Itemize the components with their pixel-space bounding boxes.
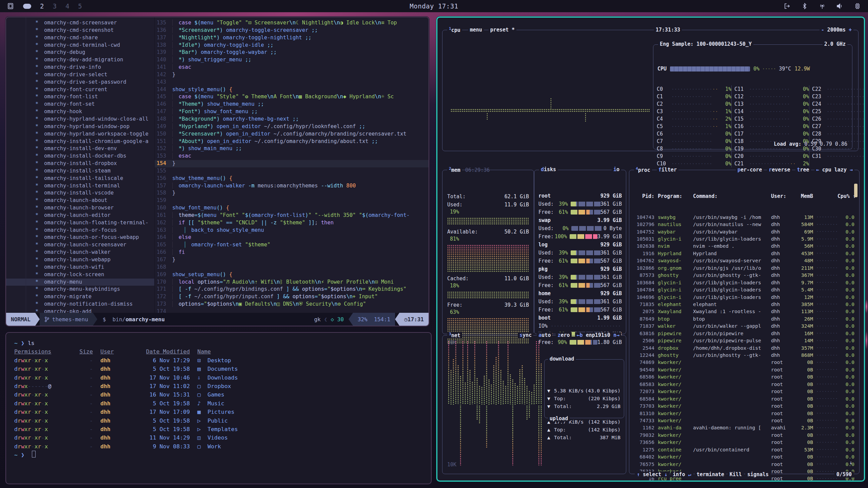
- process-scrollbar[interactable]: [854, 184, 857, 197]
- file-entry[interactable]: ♪Music: [197, 399, 431, 408]
- process-row[interactable]: 2544dropbox/home/dhh/.dropbox-distdhh357…: [633, 344, 854, 351]
- terminal-cursor[interactable]: [32, 451, 36, 458]
- file-row[interactable]: *omarchy-hook: [6, 108, 154, 116]
- net-interface-switcher[interactable]: ←b enp191s0 n→: [575, 332, 621, 338]
- file-row[interactable]: *omarchy-drive-set-password: [6, 79, 154, 86]
- file-row[interactable]: *omarchy-cmd-screenshot: [6, 27, 154, 34]
- process-row[interactable]: 1275containe/usr/bin/containerdroot53M··…: [633, 446, 854, 453]
- process-row[interactable]: 87573ghostty/usr/bin/ghostty --gtk-dhh36…: [633, 272, 854, 279]
- process-row[interactable]: 102866org.gnom/usr/bin/gjs /usr/lib/odhh…: [633, 264, 854, 271]
- file-row[interactable]: *omarchy-hyprland-window-close-all: [6, 116, 154, 123]
- process-row[interactable]: 105031glycin-i/usr/lib/glycin-loadersdhh…: [633, 235, 854, 242]
- file-row[interactable]: *omarchy-font-set: [6, 101, 154, 108]
- file-row[interactable]: *omarchy-launch-floating-terminal-: [6, 219, 154, 227]
- file-row[interactable]: *omarchy-install-tailscale: [6, 175, 154, 182]
- process-row[interactable]: 12244ghostty/usr/bin/ghostty --gtk-dhh86…: [633, 351, 854, 359]
- file-row[interactable]: *omarchy-menu: [6, 279, 154, 286]
- file-row[interactable]: *omarchy-drive-select: [6, 71, 154, 79]
- file-row[interactable]: *omarchy-menu-keybindings: [6, 286, 154, 293]
- file-row[interactable]: *omarchy-cmd-screensaver: [6, 19, 154, 27]
- process-row[interactable]: 87649btopbtopdhh26M·········0.0: [633, 315, 854, 322]
- process-row[interactable]: 104784glycin-i/usr/lib/glycin-loadersdhh…: [633, 286, 854, 293]
- net-zero-button[interactable]: zero: [556, 332, 571, 338]
- file-entry[interactable]: ▢Work: [197, 442, 431, 451]
- process-row[interactable]: 102638nvimnvim --embed .dhh56M·········0…: [633, 243, 854, 250]
- file-entry[interactable]: ▷Public: [197, 416, 431, 425]
- process-row[interactable]: 104743swaybg/usr/bin/swaybg -i /homdhh13…: [633, 214, 854, 221]
- menu-button[interactable]: menu: [468, 27, 484, 33]
- file-row[interactable]: *omarchy-notification-dismiss: [6, 301, 154, 308]
- file-row[interactable]: *omarchy-font-list: [6, 93, 154, 101]
- process-row[interactable]: 104696glycin-i/usr/lib/glycin-loadersdhh…: [633, 293, 854, 301]
- file-row[interactable]: *omarchy-debug: [6, 49, 154, 56]
- file-row[interactable]: *omarchy-launch-screensaver: [6, 241, 154, 249]
- file-row[interactable]: *omarchy-launch-about: [6, 197, 154, 204]
- volume-icon[interactable]: [836, 2, 844, 10]
- process-row[interactable]: 73656kworker/root0B·········0.0: [633, 439, 854, 446]
- workspace-5[interactable]: 5: [78, 2, 82, 10]
- file-row[interactable]: *omarchy-install-dropbox: [6, 160, 154, 167]
- process-row[interactable]: 2075XwaylandXwayland :1 -rootless -dhh11…: [633, 308, 854, 315]
- file-row[interactable]: *omarchy-drive-info: [6, 64, 154, 71]
- process-row[interactable]: 72073kworker/root0B·········0.0: [633, 388, 854, 395]
- process-row[interactable]: 68402kworker/root0B·········0.0: [633, 453, 854, 460]
- file-row[interactable]: *omarchy-launch-walker: [6, 249, 154, 256]
- chip-icon[interactable]: [854, 2, 861, 10]
- process-row[interactable]: 1162avahi-daavahi-daemon: running [avahi…: [633, 424, 854, 431]
- file-entry[interactable]: ▷Templates: [197, 425, 431, 433]
- proc-sort-selector[interactable]: ← cpu lazy →: [814, 167, 854, 173]
- file-entry[interactable]: ▩Pictures: [197, 408, 431, 416]
- process-row[interactable]: 76575kworker/root0B·········0.0: [633, 461, 854, 468]
- net-auto-button[interactable]: auto: [537, 332, 552, 338]
- file-row[interactable]: *omarchy-launch-editor: [6, 212, 154, 219]
- file-row[interactable]: *omarchy-launch-wifi: [6, 264, 154, 271]
- process-row[interactable]: 71835elephantelephantdhh385M·········0.0: [633, 301, 854, 308]
- terminal-window[interactable]: ~❯lsPermissionsSizeUserDate ModifiedName…: [5, 332, 432, 484]
- file-row[interactable]: *omarchy-font-current: [6, 86, 154, 94]
- file-row[interactable]: *omarchy-cmd-terminal-cwd: [6, 42, 154, 49]
- file-row[interactable]: *omarchy-install-vscode: [6, 189, 154, 197]
- network-icon[interactable]: [818, 2, 826, 10]
- file-entry[interactable]: ◫Videos: [197, 433, 431, 442]
- process-row[interactable]: 104752waybar/usr/bin/waybardhh69M·······…: [633, 228, 854, 235]
- workspace-2[interactable]: 2: [40, 2, 44, 10]
- net-sync-button[interactable]: sync: [518, 332, 533, 338]
- interval-control[interactable]: - 2000ms +: [820, 27, 853, 33]
- btop-window[interactable]: 1cpu menu preset * 17:31:33 - 2000ms + u…: [436, 17, 865, 482]
- process-row[interactable]: 94540kworker/root0B·········0.0: [633, 366, 854, 373]
- scroll-down-indicator[interactable]: ↓: [849, 460, 852, 466]
- logout-icon[interactable]: [783, 2, 791, 10]
- process-list[interactable]: 104743swaybg/usr/bin/swaybg -i /homdhh13…: [629, 213, 859, 482]
- preset-button[interactable]: preset *: [489, 27, 516, 33]
- process-row[interactable]: 68583kworker/root0B·········0.0: [633, 381, 854, 388]
- window-manager-icon[interactable]: [7, 2, 14, 10]
- proc-filter-button[interactable]: filter: [657, 167, 678, 173]
- file-row[interactable]: *omarchy-hyprland-window-pop: [6, 123, 154, 130]
- file-row[interactable]: *omarchy-install-steam: [6, 167, 154, 175]
- file-row[interactable]: *omarchy-install-docker-dbs: [6, 152, 154, 160]
- bluetooth-icon[interactable]: [801, 2, 808, 10]
- file-row[interactable]: *omarchy-launch-webapp: [6, 256, 154, 264]
- process-row[interactable]: 103684glycin-i/usr/lib/glycin-loadersdhh…: [633, 279, 854, 286]
- process-row[interactable]: 74733kworker/root0B·········0.0: [633, 417, 854, 424]
- proc-footer-action[interactable]: ↑ select ↓: [635, 471, 669, 477]
- file-row[interactable]: *omarchy-hyprland-workspace-toggle: [6, 130, 154, 138]
- process-row[interactable]: 68586kworker/root0B·········0.0: [633, 373, 854, 381]
- file-entry[interactable]: ▤Documents: [197, 365, 431, 373]
- file-entry[interactable]: ▢Games: [197, 390, 431, 399]
- file-row[interactable]: *omarchy-launch-browser: [6, 204, 154, 212]
- process-row[interactable]: 74869kworker/root0B·········0.0: [633, 359, 854, 366]
- file-row[interactable]: *omarchy-install-terminal: [6, 182, 154, 190]
- file-entry[interactable]: ⊡Desktop: [197, 356, 431, 365]
- workspace-1-active[interactable]: [23, 4, 31, 9]
- process-row[interactable]: 79032kworker/root0B·········0.0: [633, 431, 854, 439]
- file-list-pane[interactable]: *omarchy-cmd-screensaver*omarchy-cmd-scr…: [6, 17, 155, 313]
- proc-tree-button[interactable]: tree: [795, 167, 811, 173]
- file-row[interactable]: *omarchy-launch-or-focus: [6, 227, 154, 234]
- file-entry[interactable]: ▢Dropbox: [197, 382, 431, 390]
- workspace-3[interactable]: 3: [53, 2, 56, 10]
- file-entry[interactable]: ⇩Downloads: [197, 373, 431, 382]
- file-row[interactable]: *omarchy-cmd-share: [6, 34, 154, 42]
- process-row[interactable]: 102796nautilus/usr/bin/nautilus --newdhh…: [633, 221, 854, 228]
- process-row[interactable]: 73703kworker/root0B·········0.0: [633, 402, 854, 409]
